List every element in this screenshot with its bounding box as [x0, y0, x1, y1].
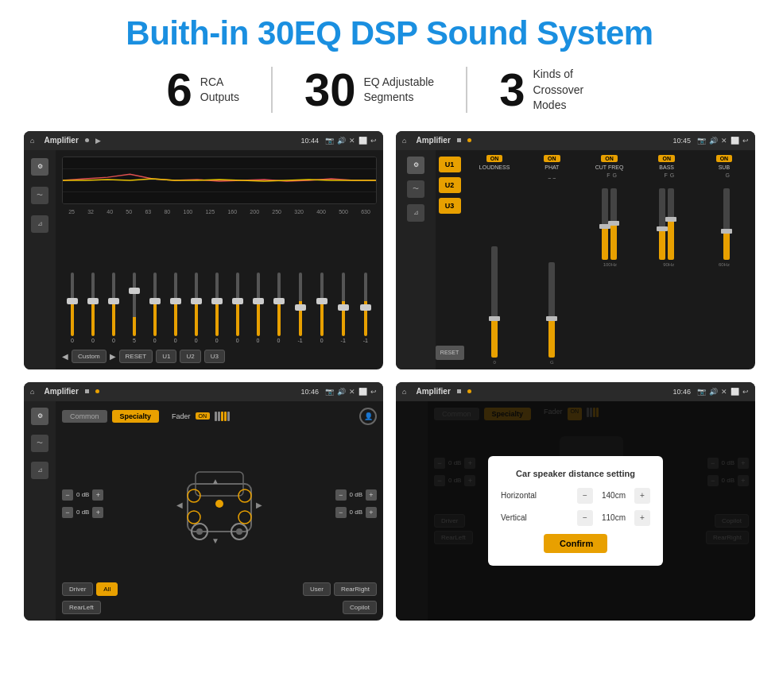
eq-wave-icon[interactable]: 〜	[31, 187, 48, 204]
home-icon-2[interactable]: ⌂	[402, 137, 406, 145]
dialog-overlay: Car speaker distance setting Horizontal …	[396, 401, 755, 621]
topbar-time-eq: 10:44	[300, 137, 319, 145]
back-icon-3[interactable]: ↩	[370, 388, 377, 396]
eq-speaker-icon[interactable]: ⊿	[31, 215, 48, 233]
x-icon-3[interactable]: ✕	[349, 388, 355, 396]
topbar-title-sp: Amplifier	[44, 387, 78, 396]
stat-number-eq: 30	[304, 67, 356, 113]
car-diagram: ▲ ▼ ◀ ▶	[172, 452, 267, 555]
loudness-on[interactable]: ON	[486, 155, 503, 162]
specialty-tab[interactable]: Specialty	[112, 410, 160, 423]
plus-btn-1[interactable]: +	[92, 489, 103, 501]
screen3-body: ⚙ 〜 ⊿ Common Specialty Fader ON	[24, 401, 383, 621]
x-icon-4[interactable]: ✕	[721, 388, 727, 396]
phat-on[interactable]: ON	[544, 155, 560, 162]
phat-slider	[548, 184, 555, 358]
common-tab[interactable]: Common	[62, 410, 107, 423]
user-btn[interactable]: User	[303, 582, 331, 596]
window-icon-4[interactable]: ⬜	[731, 388, 739, 396]
stat-rca: 6 RCA Outputs	[135, 67, 273, 113]
horizontal-plus[interactable]: +	[634, 488, 650, 504]
horizontal-minus[interactable]: −	[577, 488, 593, 504]
db-val-2: 0 dB	[76, 509, 89, 516]
minus-btn-2[interactable]: −	[62, 507, 73, 518]
sp-wave-icon[interactable]: 〜	[31, 435, 48, 452]
eq-slider-7: 0	[195, 273, 198, 343]
amp2-wave-icon[interactable]: 〜	[407, 180, 424, 198]
horizontal-label: Horizontal	[501, 491, 537, 500]
amp-channels: ON LOUDNESS 0 ON PHAT	[463, 150, 755, 369]
volume-icon-3[interactable]: 🔊	[337, 388, 346, 396]
loudness-val: 0	[493, 360, 495, 365]
sp-speaker-icon[interactable]: ⊿	[31, 462, 48, 479]
back-icon[interactable]: ↩	[370, 137, 377, 145]
eq-custom-btn[interactable]: Custom	[72, 350, 107, 363]
window-icon-3[interactable]: ⬜	[358, 388, 367, 396]
eq-slider-14: -1	[341, 273, 346, 343]
settings-circle-icon[interactable]: 👤	[359, 408, 377, 425]
screen1-body: ⚙ 〜 ⊿	[24, 150, 383, 369]
bass-on[interactable]: ON	[658, 155, 675, 162]
rearright-btn[interactable]: RearRight	[334, 582, 377, 596]
next-arrow[interactable]: ▶	[110, 352, 116, 361]
home-icon-3[interactable]: ⌂	[30, 388, 34, 396]
u3-button[interactable]: U3	[439, 198, 461, 214]
home-icon[interactable]: ⌂	[30, 137, 34, 145]
eq-u3-btn[interactable]: U3	[204, 350, 225, 363]
minus-btn-3[interactable]: −	[335, 489, 347, 501]
window-icon-2[interactable]: ⬜	[731, 137, 739, 145]
topbar-amp: ⌂ Amplifier 10:45 📷 🔊 ✕ ⬜ ↩	[396, 131, 755, 150]
eq-slider-1: 0	[71, 273, 74, 343]
u1-button[interactable]: U1	[439, 157, 461, 172]
sub-on[interactable]: ON	[716, 155, 733, 162]
stat-crossover: 3 Kinds of Crossover Modes	[467, 67, 644, 114]
eq-slider-12: -1	[297, 273, 302, 343]
bass-slider: F G 90Hz	[659, 172, 674, 365]
svg-point-13	[238, 511, 251, 524]
cutfreq-on[interactable]: ON	[601, 155, 618, 162]
all-btn[interactable]: All	[96, 582, 118, 596]
u2-button[interactable]: U2	[439, 177, 461, 193]
x-icon[interactable]: ✕	[349, 137, 355, 145]
plus-btn-2[interactable]: +	[92, 507, 103, 518]
volume-icon[interactable]: 🔊	[337, 137, 346, 145]
play-icon[interactable]: ▶	[95, 137, 101, 145]
plus-btn-3[interactable]: +	[366, 489, 377, 501]
eq-u1-btn[interactable]: U1	[156, 350, 176, 363]
back-icon-4[interactable]: ↩	[742, 388, 749, 396]
sp-filter-icon[interactable]: ⚙	[31, 408, 48, 425]
screens-grid: ⌂ Amplifier ▶ 10:44 📷 🔊 ✕ ⬜ ↩ ⚙ 〜 ⊿	[24, 131, 755, 621]
prev-arrow[interactable]: ◀	[62, 352, 68, 361]
amp2-reset-btn[interactable]: RESET	[436, 346, 464, 360]
confirm-button[interactable]: Confirm	[544, 534, 607, 553]
sq-icon	[457, 138, 461, 142]
copilot-btn[interactable]: Copilot	[343, 601, 377, 614]
amp2-filter-icon[interactable]: ⚙	[407, 157, 424, 174]
sq-icon-3	[85, 389, 89, 393]
home-icon-4[interactable]: ⌂	[402, 388, 406, 396]
bass-name: BASS	[659, 164, 674, 170]
eq-filter-icon[interactable]: ⚙	[31, 158, 48, 176]
stat-number-crossover: 3	[499, 67, 525, 113]
back-icon-2[interactable]: ↩	[742, 137, 749, 145]
minus-btn-1[interactable]: −	[62, 489, 73, 501]
volume-icon-4[interactable]: 🔊	[709, 388, 718, 396]
volume-icon-2[interactable]: 🔊	[709, 137, 718, 145]
topbar-time-sp: 10:46	[300, 388, 319, 396]
fader-on[interactable]: ON	[196, 412, 211, 420]
plus-btn-4[interactable]: +	[366, 507, 377, 518]
vertical-plus[interactable]: +	[634, 510, 650, 526]
driver-btn[interactable]: Driver	[62, 582, 93, 596]
topbar-icons-amp: 📷 🔊 ✕ ⬜ ↩	[697, 137, 749, 145]
vertical-minus[interactable]: −	[577, 510, 593, 526]
amp2-speaker-icon[interactable]: ⊿	[407, 204, 424, 222]
window-icon[interactable]: ⬜	[358, 137, 367, 145]
eq-slider-4: 5	[133, 273, 136, 343]
sub-name: SUB	[719, 164, 730, 170]
rearleft-btn[interactable]: RearLeft	[62, 601, 101, 614]
x-icon-2[interactable]: ✕	[721, 137, 727, 145]
eq-u2-btn[interactable]: U2	[180, 350, 200, 363]
eq-main: 2532 4050 6380 100125 160200 250320 4005…	[56, 150, 383, 369]
minus-btn-4[interactable]: −	[335, 507, 347, 518]
eq-reset-btn[interactable]: RESET	[119, 350, 153, 363]
